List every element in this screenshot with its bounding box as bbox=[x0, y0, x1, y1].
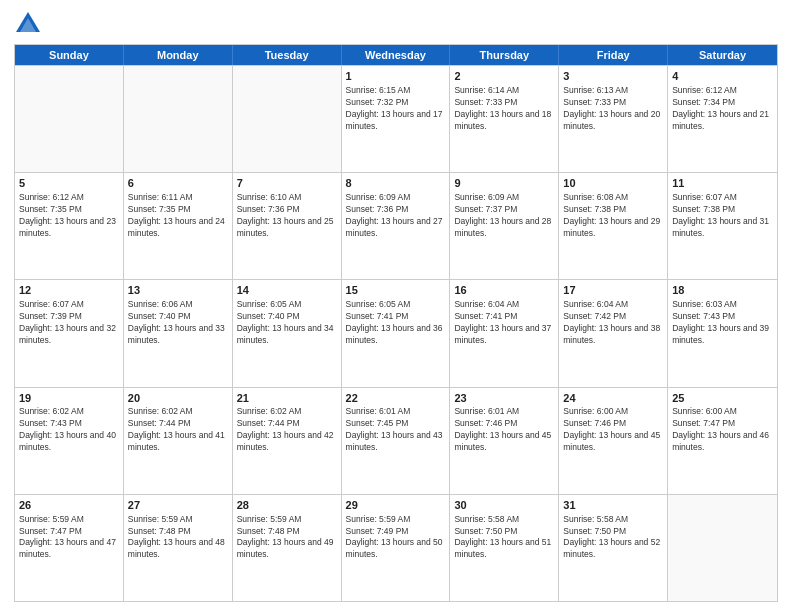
day-number: 21 bbox=[237, 391, 337, 406]
day-number: 2 bbox=[454, 69, 554, 84]
header bbox=[14, 10, 778, 38]
day-number: 23 bbox=[454, 391, 554, 406]
day-number: 22 bbox=[346, 391, 446, 406]
empty-cell bbox=[124, 66, 233, 172]
cell-info: Sunrise: 6:09 AM Sunset: 7:36 PM Dayligh… bbox=[346, 192, 446, 240]
cell-info: Sunrise: 6:04 AM Sunset: 7:42 PM Dayligh… bbox=[563, 299, 663, 347]
empty-cell bbox=[233, 66, 342, 172]
day-cell-19: 19Sunrise: 6:02 AM Sunset: 7:43 PM Dayli… bbox=[15, 388, 124, 494]
day-cell-28: 28Sunrise: 5:59 AM Sunset: 7:48 PM Dayli… bbox=[233, 495, 342, 601]
day-cell-1: 1Sunrise: 6:15 AM Sunset: 7:32 PM Daylig… bbox=[342, 66, 451, 172]
empty-cell bbox=[668, 495, 777, 601]
cell-info: Sunrise: 6:02 AM Sunset: 7:44 PM Dayligh… bbox=[237, 406, 337, 454]
cell-info: Sunrise: 6:05 AM Sunset: 7:41 PM Dayligh… bbox=[346, 299, 446, 347]
cell-info: Sunrise: 5:58 AM Sunset: 7:50 PM Dayligh… bbox=[454, 514, 554, 562]
day-cell-3: 3Sunrise: 6:13 AM Sunset: 7:33 PM Daylig… bbox=[559, 66, 668, 172]
day-number: 16 bbox=[454, 283, 554, 298]
day-cell-2: 2Sunrise: 6:14 AM Sunset: 7:33 PM Daylig… bbox=[450, 66, 559, 172]
day-number: 24 bbox=[563, 391, 663, 406]
day-cell-9: 9Sunrise: 6:09 AM Sunset: 7:37 PM Daylig… bbox=[450, 173, 559, 279]
calendar-body: 1Sunrise: 6:15 AM Sunset: 7:32 PM Daylig… bbox=[15, 65, 777, 601]
day-cell-31: 31Sunrise: 5:58 AM Sunset: 7:50 PM Dayli… bbox=[559, 495, 668, 601]
day-number: 25 bbox=[672, 391, 773, 406]
calendar: SundayMondayTuesdayWednesdayThursdayFrid… bbox=[14, 44, 778, 602]
day-cell-7: 7Sunrise: 6:10 AM Sunset: 7:36 PM Daylig… bbox=[233, 173, 342, 279]
logo bbox=[14, 10, 46, 38]
day-cell-25: 25Sunrise: 6:00 AM Sunset: 7:47 PM Dayli… bbox=[668, 388, 777, 494]
empty-cell bbox=[15, 66, 124, 172]
calendar-header: SundayMondayTuesdayWednesdayThursdayFrid… bbox=[15, 45, 777, 65]
cell-info: Sunrise: 6:06 AM Sunset: 7:40 PM Dayligh… bbox=[128, 299, 228, 347]
day-number: 27 bbox=[128, 498, 228, 513]
day-number: 26 bbox=[19, 498, 119, 513]
day-number: 13 bbox=[128, 283, 228, 298]
day-cell-23: 23Sunrise: 6:01 AM Sunset: 7:46 PM Dayli… bbox=[450, 388, 559, 494]
cell-info: Sunrise: 6:14 AM Sunset: 7:33 PM Dayligh… bbox=[454, 85, 554, 133]
day-of-week-sunday: Sunday bbox=[15, 45, 124, 65]
cell-info: Sunrise: 6:11 AM Sunset: 7:35 PM Dayligh… bbox=[128, 192, 228, 240]
day-cell-30: 30Sunrise: 5:58 AM Sunset: 7:50 PM Dayli… bbox=[450, 495, 559, 601]
cell-info: Sunrise: 5:59 AM Sunset: 7:48 PM Dayligh… bbox=[237, 514, 337, 562]
cell-info: Sunrise: 6:01 AM Sunset: 7:46 PM Dayligh… bbox=[454, 406, 554, 454]
day-number: 15 bbox=[346, 283, 446, 298]
day-of-week-wednesday: Wednesday bbox=[342, 45, 451, 65]
day-number: 17 bbox=[563, 283, 663, 298]
day-of-week-thursday: Thursday bbox=[450, 45, 559, 65]
day-cell-29: 29Sunrise: 5:59 AM Sunset: 7:49 PM Dayli… bbox=[342, 495, 451, 601]
day-number: 20 bbox=[128, 391, 228, 406]
cell-info: Sunrise: 5:59 AM Sunset: 7:48 PM Dayligh… bbox=[128, 514, 228, 562]
day-cell-4: 4Sunrise: 6:12 AM Sunset: 7:34 PM Daylig… bbox=[668, 66, 777, 172]
day-number: 18 bbox=[672, 283, 773, 298]
day-cell-22: 22Sunrise: 6:01 AM Sunset: 7:45 PM Dayli… bbox=[342, 388, 451, 494]
day-cell-14: 14Sunrise: 6:05 AM Sunset: 7:40 PM Dayli… bbox=[233, 280, 342, 386]
cell-info: Sunrise: 6:04 AM Sunset: 7:41 PM Dayligh… bbox=[454, 299, 554, 347]
cell-info: Sunrise: 6:15 AM Sunset: 7:32 PM Dayligh… bbox=[346, 85, 446, 133]
day-cell-17: 17Sunrise: 6:04 AM Sunset: 7:42 PM Dayli… bbox=[559, 280, 668, 386]
day-number: 31 bbox=[563, 498, 663, 513]
day-of-week-monday: Monday bbox=[124, 45, 233, 65]
day-number: 7 bbox=[237, 176, 337, 191]
day-number: 19 bbox=[19, 391, 119, 406]
day-number: 10 bbox=[563, 176, 663, 191]
day-of-week-saturday: Saturday bbox=[668, 45, 777, 65]
cell-info: Sunrise: 6:05 AM Sunset: 7:40 PM Dayligh… bbox=[237, 299, 337, 347]
cell-info: Sunrise: 5:58 AM Sunset: 7:50 PM Dayligh… bbox=[563, 514, 663, 562]
day-number: 14 bbox=[237, 283, 337, 298]
day-number: 30 bbox=[454, 498, 554, 513]
calendar-row-1: 1Sunrise: 6:15 AM Sunset: 7:32 PM Daylig… bbox=[15, 65, 777, 172]
day-cell-20: 20Sunrise: 6:02 AM Sunset: 7:44 PM Dayli… bbox=[124, 388, 233, 494]
day-number: 11 bbox=[672, 176, 773, 191]
day-cell-15: 15Sunrise: 6:05 AM Sunset: 7:41 PM Dayli… bbox=[342, 280, 451, 386]
cell-info: Sunrise: 6:08 AM Sunset: 7:38 PM Dayligh… bbox=[563, 192, 663, 240]
day-cell-16: 16Sunrise: 6:04 AM Sunset: 7:41 PM Dayli… bbox=[450, 280, 559, 386]
day-cell-21: 21Sunrise: 6:02 AM Sunset: 7:44 PM Dayli… bbox=[233, 388, 342, 494]
day-cell-12: 12Sunrise: 6:07 AM Sunset: 7:39 PM Dayli… bbox=[15, 280, 124, 386]
cell-info: Sunrise: 5:59 AM Sunset: 7:49 PM Dayligh… bbox=[346, 514, 446, 562]
day-of-week-friday: Friday bbox=[559, 45, 668, 65]
day-number: 8 bbox=[346, 176, 446, 191]
day-cell-24: 24Sunrise: 6:00 AM Sunset: 7:46 PM Dayli… bbox=[559, 388, 668, 494]
day-number: 5 bbox=[19, 176, 119, 191]
day-cell-26: 26Sunrise: 5:59 AM Sunset: 7:47 PM Dayli… bbox=[15, 495, 124, 601]
cell-info: Sunrise: 6:12 AM Sunset: 7:35 PM Dayligh… bbox=[19, 192, 119, 240]
day-of-week-tuesday: Tuesday bbox=[233, 45, 342, 65]
day-number: 4 bbox=[672, 69, 773, 84]
day-number: 1 bbox=[346, 69, 446, 84]
day-number: 6 bbox=[128, 176, 228, 191]
cell-info: Sunrise: 5:59 AM Sunset: 7:47 PM Dayligh… bbox=[19, 514, 119, 562]
calendar-row-4: 19Sunrise: 6:02 AM Sunset: 7:43 PM Dayli… bbox=[15, 387, 777, 494]
day-cell-11: 11Sunrise: 6:07 AM Sunset: 7:38 PM Dayli… bbox=[668, 173, 777, 279]
cell-info: Sunrise: 6:02 AM Sunset: 7:43 PM Dayligh… bbox=[19, 406, 119, 454]
day-cell-13: 13Sunrise: 6:06 AM Sunset: 7:40 PM Dayli… bbox=[124, 280, 233, 386]
calendar-row-5: 26Sunrise: 5:59 AM Sunset: 7:47 PM Dayli… bbox=[15, 494, 777, 601]
day-cell-18: 18Sunrise: 6:03 AM Sunset: 7:43 PM Dayli… bbox=[668, 280, 777, 386]
day-number: 28 bbox=[237, 498, 337, 513]
day-cell-6: 6Sunrise: 6:11 AM Sunset: 7:35 PM Daylig… bbox=[124, 173, 233, 279]
cell-info: Sunrise: 6:12 AM Sunset: 7:34 PM Dayligh… bbox=[672, 85, 773, 133]
cell-info: Sunrise: 6:00 AM Sunset: 7:46 PM Dayligh… bbox=[563, 406, 663, 454]
day-cell-5: 5Sunrise: 6:12 AM Sunset: 7:35 PM Daylig… bbox=[15, 173, 124, 279]
cell-info: Sunrise: 6:03 AM Sunset: 7:43 PM Dayligh… bbox=[672, 299, 773, 347]
logo-icon bbox=[14, 10, 42, 38]
cell-info: Sunrise: 6:10 AM Sunset: 7:36 PM Dayligh… bbox=[237, 192, 337, 240]
cell-info: Sunrise: 6:00 AM Sunset: 7:47 PM Dayligh… bbox=[672, 406, 773, 454]
